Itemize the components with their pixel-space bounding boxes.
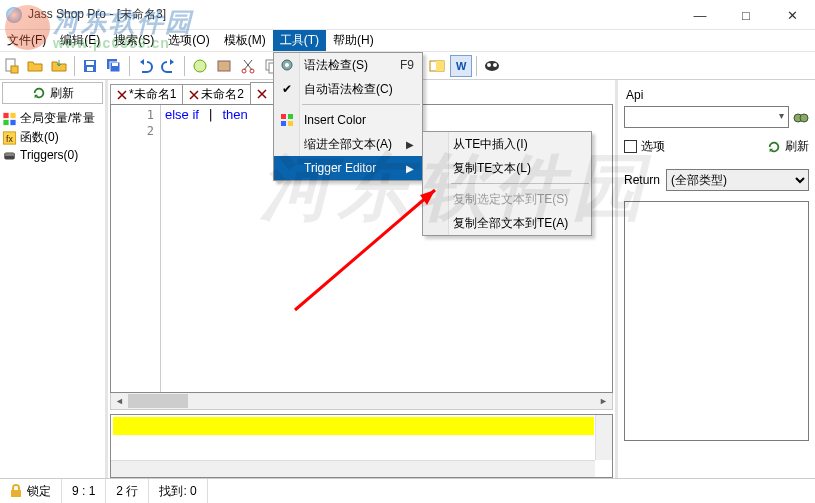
status-bar: 锁定 9 : 1 2 行 找到: 0 — [0, 478, 815, 503]
status-position: 9 : 1 — [62, 479, 106, 503]
functions-icon: fx — [2, 131, 17, 145]
undo-button[interactable] — [134, 55, 156, 77]
right-refresh-button[interactable]: 刷新 — [767, 138, 809, 155]
output-hscroll[interactable] — [111, 460, 595, 477]
right-panel: Api ▾ 选项 刷新 Return (全部类型) — [615, 80, 815, 478]
svg-rect-38 — [288, 114, 293, 119]
menu-edit[interactable]: 编辑(E) — [53, 30, 107, 51]
svg-rect-34 — [11, 490, 21, 497]
menu-indent-all[interactable]: 缩进全部文本(A) ▶ — [274, 132, 422, 156]
tab-close-icon[interactable] — [257, 89, 267, 99]
toggle-a-button[interactable] — [426, 55, 448, 77]
binoculars-icon[interactable] — [793, 109, 809, 125]
option-checkbox[interactable]: 选项 — [624, 138, 665, 155]
minimize-button[interactable]: — — [677, 0, 723, 30]
scroll-left-button[interactable]: ◄ — [111, 393, 128, 409]
scroll-thumb[interactable] — [128, 394, 188, 408]
tree-globals[interactable]: 全局变量/常量 — [2, 109, 103, 128]
submenu-arrow-icon: ▶ — [406, 139, 414, 150]
title-bar: Jass Shop Pro - [未命名3] — □ ✕ — [0, 0, 815, 30]
help-button[interactable] — [481, 55, 503, 77]
save-button[interactable] — [79, 55, 101, 77]
svg-point-36 — [285, 63, 289, 67]
menu-insert-color[interactable]: Insert Color — [274, 108, 422, 132]
api-combo[interactable]: ▾ — [624, 106, 789, 128]
tab-2[interactable]: 未命名2 — [182, 84, 251, 104]
left-panel: 刷新 全局变量/常量 fx 函数(0) Triggers(0) — [0, 80, 108, 478]
tab-close-icon[interactable] — [117, 90, 127, 100]
checkbox-icon — [624, 140, 637, 153]
window-title: Jass Shop Pro - [未命名3] — [28, 6, 166, 23]
svg-rect-7 — [112, 63, 118, 66]
svg-rect-39 — [281, 121, 286, 126]
api-label: Api — [626, 88, 809, 102]
tab-1[interactable]: *未命名1 — [110, 84, 183, 104]
submenu-copy-sel-to-te: 复制选定文本到TE(S) — [423, 187, 591, 211]
svg-point-33 — [800, 114, 808, 122]
svg-rect-24 — [3, 112, 8, 117]
menubar: 文件(F) 编辑(E) 搜索(S) 选项(O) 模板(M) 工具(T) 帮助(H… — [0, 30, 815, 52]
svg-rect-3 — [86, 61, 94, 65]
submenu-copy-all-to-te[interactable]: 复制全部文本到TE(A) — [423, 211, 591, 235]
svg-rect-19 — [436, 61, 444, 71]
submenu-copy-te-text[interactable]: 复制TE文本(L) — [423, 156, 591, 180]
svg-rect-40 — [288, 121, 293, 126]
status-lock: 锁定 — [0, 479, 62, 503]
menu-options[interactable]: 选项(O) — [161, 30, 216, 51]
refresh-icon — [767, 140, 781, 154]
left-tree[interactable]: 全局变量/常量 fx 函数(0) Triggers(0) — [0, 106, 105, 478]
submenu-arrow-icon: ▶ — [406, 163, 414, 174]
toggle-b-button[interactable]: W — [450, 55, 472, 77]
scroll-right-button[interactable]: ► — [595, 393, 612, 409]
tree-triggers[interactable]: Triggers(0) — [2, 147, 103, 163]
tree-functions[interactable]: fx 函数(0) — [2, 128, 103, 147]
tools-menu: 语法检查(S) F9 ✔ 自动语法检查(C) Insert Color 缩进全部… — [273, 52, 423, 181]
check-icon: ✔ — [278, 80, 296, 98]
maximize-button[interactable]: □ — [723, 0, 769, 30]
submenu-insert-from-te[interactable]: 从TE中插入(I) — [423, 132, 591, 156]
return-label: Return — [624, 173, 660, 187]
svg-rect-26 — [3, 119, 8, 124]
tab-close-icon[interactable] — [189, 90, 199, 100]
svg-rect-1 — [11, 66, 18, 73]
left-refresh-button[interactable]: 刷新 — [2, 82, 103, 104]
svg-rect-4 — [87, 67, 93, 71]
cut-button[interactable] — [237, 55, 259, 77]
trigger-editor-submenu: 从TE中插入(I) 复制TE文本(L) 复制选定文本到TE(S) 复制全部文本到… — [422, 131, 592, 236]
tool-b-button[interactable] — [213, 55, 235, 77]
menu-trigger-editor[interactable]: Trigger Editor ▶ — [274, 156, 422, 180]
svg-point-22 — [487, 63, 491, 67]
output-highlight — [113, 417, 594, 435]
status-lines: 2 行 — [106, 479, 149, 503]
lock-icon — [10, 484, 22, 498]
tool-a-button[interactable] — [189, 55, 211, 77]
output-vscroll[interactable] — [595, 415, 612, 460]
status-found: 找到: 0 — [149, 479, 207, 503]
api-listbox[interactable] — [624, 201, 809, 441]
svg-rect-25 — [10, 112, 15, 117]
menu-template[interactable]: 模板(M) — [217, 30, 273, 51]
svg-point-21 — [485, 61, 499, 71]
svg-rect-9 — [218, 61, 230, 71]
svg-text:W: W — [456, 60, 467, 72]
redo-button[interactable] — [158, 55, 180, 77]
menu-tools[interactable]: 工具(T) — [273, 30, 326, 51]
line-gutter: 12 — [111, 105, 161, 392]
return-type-select[interactable]: (全部类型) — [666, 169, 809, 191]
close-button[interactable]: ✕ — [769, 0, 815, 30]
menu-help[interactable]: 帮助(H) — [326, 30, 381, 51]
save-all-button[interactable] — [103, 55, 125, 77]
import-button[interactable] — [48, 55, 70, 77]
menu-auto-syntax[interactable]: ✔ 自动语法检查(C) — [274, 77, 422, 101]
editor-hscroll[interactable]: ◄ ► — [110, 393, 613, 410]
app-icon — [6, 7, 22, 23]
menu-syntax-check[interactable]: 语法检查(S) F9 — [274, 53, 422, 77]
svg-text:fx: fx — [6, 133, 13, 143]
menu-search[interactable]: 搜索(S) — [107, 30, 161, 51]
output-panel[interactable] — [110, 414, 613, 478]
new-file-button[interactable] — [0, 55, 22, 77]
svg-rect-27 — [10, 119, 15, 124]
menu-file[interactable]: 文件(F) — [0, 30, 53, 51]
open-file-button[interactable] — [24, 55, 46, 77]
svg-rect-37 — [281, 114, 286, 119]
